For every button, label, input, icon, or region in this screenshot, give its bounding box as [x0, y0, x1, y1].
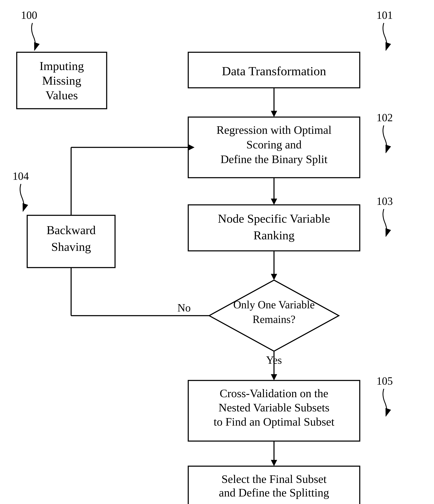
label-105: 105 — [377, 375, 393, 387]
text-sf-1: Select the Final Subset — [222, 473, 327, 486]
label-101: 101 — [377, 9, 393, 21]
text-cv-3: to Find an Optimal Subset — [213, 415, 334, 428]
text-regression-3: Define the Binary Split — [221, 153, 328, 166]
flowchart-svg: 100 Imputing Missing Values 101 Data Tra… — [0, 0, 434, 504]
label-104: 104 — [13, 170, 29, 182]
text-no: No — [177, 302, 191, 314]
text-regression-2: Scoring and — [246, 138, 302, 151]
text-imputing-2: Missing — [42, 74, 81, 87]
text-data-transformation: Data Transformation — [222, 64, 326, 78]
label-103: 103 — [377, 195, 393, 207]
text-diamond-1: Only One Variable — [233, 299, 315, 311]
label-100: 100 — [21, 9, 37, 21]
text-bs-1: Backward — [46, 223, 96, 237]
text-bs-2: Shaving — [51, 240, 91, 253]
label-102: 102 — [377, 112, 393, 124]
text-sf-formula: Criteria: Xselectβ ≥ C — [228, 502, 321, 504]
text-regression-1: Regression with Optimal — [216, 124, 332, 136]
text-sf-2: and Define the Splitting — [219, 486, 329, 499]
text-diamond-2: Remains? — [252, 313, 295, 325]
text-ns-1: Node Specific Variable — [218, 212, 330, 225]
diagram-container: 100 Imputing Missing Values 101 Data Tra… — [0, 0, 434, 504]
text-cv-1: Cross-Validation on the — [220, 387, 328, 400]
text-cv-2: Nested Variable Subsets — [219, 401, 330, 414]
text-ns-2: Ranking — [253, 228, 295, 242]
text-imputing-3: Values — [46, 89, 78, 102]
text-imputing-1: Imputing — [39, 59, 84, 73]
